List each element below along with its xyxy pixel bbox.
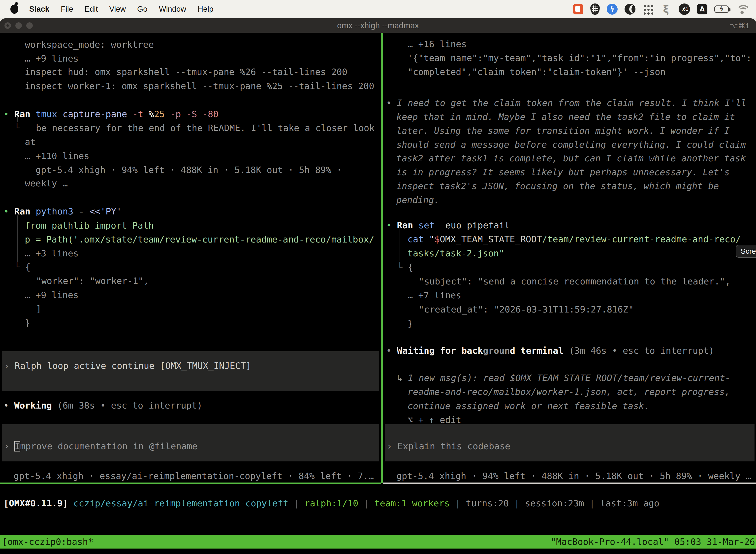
screenshot-tooltip-label: Scre bbox=[741, 247, 756, 256]
omx-hud-status: [OMX#0.11.9] cczip/essay/ai-reimplementa… bbox=[3, 496, 659, 510]
pane-divider[interactable] bbox=[381, 33, 383, 483]
badge-61-icon-glyph: ..61 bbox=[680, 7, 688, 12]
active-pane-border bbox=[0, 483, 381, 484]
dragon-icon[interactable]: ξ bbox=[660, 3, 672, 15]
moon-icon[interactable] bbox=[625, 4, 635, 15]
screenshot-tooltip[interactable]: Scre bbox=[736, 245, 756, 258]
menu-item-file[interactable]: File bbox=[61, 5, 73, 14]
activity-icon[interactable]: ϟ bbox=[607, 4, 618, 15]
wifi-icon[interactable] bbox=[736, 4, 749, 14]
menu-item-window[interactable]: Window bbox=[159, 5, 186, 14]
menu-item-help[interactable]: Help bbox=[198, 5, 213, 14]
battery-icon-glyph: ϟ bbox=[719, 6, 723, 13]
badge-61-icon[interactable]: ..61 bbox=[679, 3, 690, 15]
apple-icon[interactable] bbox=[10, 5, 18, 14]
menu-item-go[interactable]: Go bbox=[137, 5, 147, 14]
dragon-icon-glyph: ξ bbox=[663, 3, 669, 15]
tmux-status-bar: [omx-cczip0:bash* "MacBook-Pro-44.local"… bbox=[0, 535, 756, 549]
battery-icon[interactable]: ϟ bbox=[714, 5, 729, 13]
activity-icon-glyph: ϟ bbox=[610, 5, 614, 13]
shield-icon[interactable] bbox=[590, 3, 600, 15]
keyboard-a-icon-glyph: A bbox=[700, 5, 705, 13]
hud-pane: [OMX#0.11.9] cczip/essay/ai-reimplementa… bbox=[0, 0, 756, 554]
inactive-pane-border bbox=[383, 483, 756, 484]
tmux-session-label: [omx-cczip0:bash* bbox=[2, 537, 93, 547]
tmux-host-clock: "MacBook-Pro-44.local" 05:03 31-Mar-26 bbox=[551, 537, 755, 547]
menu-status-icons: ϟξ..61Aϟ bbox=[573, 3, 749, 15]
menu-item-edit[interactable]: Edit bbox=[84, 5, 98, 14]
menu-items: SlackFileEditViewGoWindowHelp bbox=[29, 5, 213, 14]
menu-item-slack[interactable]: Slack bbox=[29, 5, 49, 14]
chat-icon[interactable] bbox=[573, 4, 583, 14]
dots-grid-icon[interactable] bbox=[642, 4, 653, 15]
menu-item-view[interactable]: View bbox=[109, 5, 126, 14]
keyboard-a-icon[interactable]: A bbox=[697, 4, 707, 14]
menu-bar: SlackFileEditViewGoWindowHelp ϟξ..61Aϟ bbox=[0, 0, 756, 18]
